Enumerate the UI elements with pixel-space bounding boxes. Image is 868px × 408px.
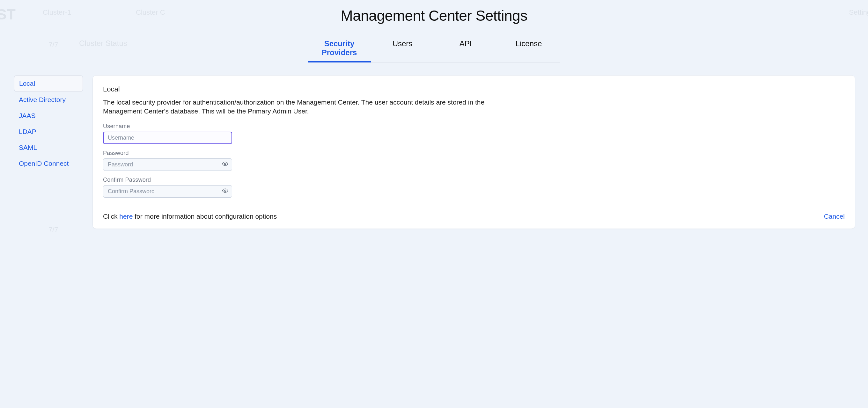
- confirm-password-group: Confirm Password: [103, 177, 845, 198]
- config-info-link[interactable]: here: [119, 213, 133, 220]
- tabs-bar: Security Providers Users API License: [0, 35, 868, 62]
- username-label: Username: [103, 123, 845, 130]
- sidebar-item-ldap[interactable]: LDAP: [14, 124, 83, 139]
- page-title: Management Center Settings: [0, 0, 868, 35]
- svg-point-1: [224, 190, 226, 192]
- eye-icon: [222, 187, 228, 195]
- sidebar-item-saml[interactable]: SAML: [14, 139, 83, 156]
- eye-icon: [222, 161, 228, 168]
- info-prefix: Click: [103, 213, 119, 220]
- username-input[interactable]: [103, 132, 232, 144]
- section-title: Local: [103, 85, 845, 93]
- username-input-wrap: [103, 132, 232, 144]
- password-input[interactable]: [103, 158, 232, 171]
- info-suffix: for more information about configuration…: [133, 213, 277, 220]
- toggle-password-visibility[interactable]: [221, 161, 229, 168]
- confirm-password-label: Confirm Password: [103, 177, 845, 183]
- sidebar-item-local[interactable]: Local: [14, 75, 83, 92]
- tab-api[interactable]: API: [434, 35, 497, 62]
- tabs-inner: Security Providers Users API License: [308, 35, 560, 62]
- toggle-confirm-visibility[interactable]: [221, 187, 229, 195]
- settings-page: Management Center Settings Security Prov…: [0, 0, 868, 242]
- card-footer: Click here for more information about co…: [103, 213, 845, 220]
- card-divider: [103, 206, 845, 206]
- provider-config-card: Local The local security provider for au…: [92, 75, 855, 229]
- sidebar-item-jaas[interactable]: JAAS: [14, 108, 83, 124]
- username-group: Username: [103, 123, 845, 144]
- tab-license[interactable]: License: [497, 35, 560, 62]
- password-input-wrap: [103, 158, 232, 171]
- sidebar-providers: Local Active Directory JAAS LDAP SAML Op…: [14, 75, 83, 229]
- main-area: Local Active Directory JAAS LDAP SAML Op…: [0, 75, 868, 242]
- config-info-text: Click here for more information about co…: [103, 213, 277, 220]
- cancel-button[interactable]: Cancel: [824, 213, 845, 220]
- section-description: The local security provider for authenti…: [103, 98, 486, 116]
- password-group: Password: [103, 150, 845, 171]
- sidebar-item-openid-connect[interactable]: OpenID Connect: [14, 156, 83, 171]
- confirm-password-input[interactable]: [103, 185, 232, 198]
- tab-security-providers[interactable]: Security Providers: [308, 35, 371, 62]
- tab-users[interactable]: Users: [371, 35, 434, 62]
- confirm-password-input-wrap: [103, 185, 232, 198]
- password-label: Password: [103, 150, 845, 157]
- svg-point-0: [224, 163, 226, 165]
- sidebar-item-active-directory[interactable]: Active Directory: [14, 92, 83, 108]
